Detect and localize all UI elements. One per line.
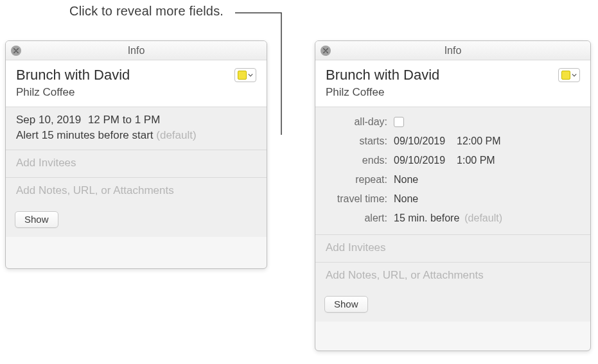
all-day-label: all-day: — [326, 116, 394, 128]
row-travel-time: travel time: None — [315, 189, 590, 209]
color-swatch-icon — [561, 71, 570, 80]
close-icon — [13, 48, 19, 53]
repeat-label: repeat: — [326, 174, 394, 186]
show-button-row: Show — [315, 290, 590, 322]
row-starts: starts: 09/10/2019 12:00 PM — [315, 132, 590, 151]
row-ends: ends: 09/10/2019 1:00 PM — [315, 151, 590, 170]
add-invitees-placeholder: Add Invitees — [16, 157, 76, 169]
event-time-section[interactable]: Sep 10, 2019 12 PM to 1 PM Alert 15 minu… — [6, 107, 267, 150]
event-time-summary[interactable]: Sep 10, 2019 12 PM to 1 PM — [16, 114, 256, 126]
all-day-checkbox[interactable] — [394, 117, 404, 127]
calendar-color-picker[interactable] — [234, 68, 256, 82]
event-location[interactable]: Philz Coffee — [16, 86, 130, 99]
add-invitees-placeholder: Add Invitees — [326, 241, 386, 254]
repeat-value[interactable]: None — [394, 174, 418, 186]
invitees-section[interactable]: Add Invitees — [6, 150, 267, 178]
show-button[interactable]: Show — [324, 296, 368, 313]
event-alert-text: Alert 15 minutes before start — [16, 129, 154, 141]
notes-section[interactable]: Add Notes, URL, or Attachments — [6, 178, 267, 205]
titlebar: Info — [6, 41, 267, 60]
close-button[interactable] — [321, 46, 331, 56]
event-header-section[interactable]: Brunch with David Philz Coffee — [315, 60, 590, 107]
panel-title: Info — [444, 45, 462, 56]
close-button[interactable] — [11, 46, 21, 56]
close-icon — [323, 48, 328, 53]
invitees-section[interactable]: Add Invitees — [315, 235, 590, 263]
color-swatch-icon — [238, 71, 247, 80]
calendar-color-picker[interactable] — [558, 68, 580, 82]
event-time-range: 12 PM to 1 PM — [88, 114, 160, 126]
alert-default: (default) — [464, 212, 502, 224]
starts-time-field[interactable]: 12:00 PM — [457, 135, 500, 147]
event-details-section: all-day: starts: 09/10/2019 12:00 PM end… — [315, 107, 590, 235]
event-alert-summary[interactable]: Alert 15 minutes before start (default) — [16, 129, 256, 142]
row-repeat: repeat: None — [315, 170, 590, 189]
event-info-panel-expanded: Info Brunch with David Philz Coffee all-… — [315, 40, 591, 351]
starts-date-field[interactable]: 09/10/2019 — [394, 135, 445, 147]
event-location[interactable]: Philz Coffee — [326, 86, 439, 99]
add-notes-placeholder: Add Notes, URL, or Attachments — [16, 184, 174, 196]
notes-section[interactable]: Add Notes, URL, or Attachments — [315, 263, 590, 290]
event-title[interactable]: Brunch with David — [326, 67, 439, 83]
ends-time-field[interactable]: 1:00 PM — [457, 155, 495, 166]
panel-title: Info — [128, 45, 145, 56]
event-info-panel-collapsed: Info Brunch with David Philz Coffee Sep … — [5, 40, 267, 269]
add-notes-placeholder: Add Notes, URL, or Attachments — [326, 269, 484, 281]
travel-time-label: travel time: — [326, 193, 394, 205]
event-alert-default: (default) — [156, 129, 196, 141]
starts-label: starts: — [326, 135, 394, 147]
titlebar: Info — [315, 41, 590, 60]
callout-text: Click to reveal more fields. — [69, 4, 224, 19]
event-title[interactable]: Brunch with David — [16, 67, 130, 83]
chevron-down-icon — [572, 73, 577, 78]
chevron-down-icon — [248, 73, 253, 78]
travel-time-value[interactable]: None — [394, 193, 418, 205]
event-header-section[interactable]: Brunch with David Philz Coffee — [6, 60, 267, 107]
show-button-row: Show — [6, 205, 267, 237]
event-date: Sep 10, 2019 — [16, 114, 81, 126]
show-button[interactable]: Show — [15, 211, 58, 228]
alert-value[interactable]: 15 min. before — [394, 212, 459, 224]
row-all-day: all-day: — [315, 112, 590, 132]
row-alert: alert: 15 min. before (default) — [315, 209, 590, 228]
ends-label: ends: — [326, 155, 394, 166]
alert-label: alert: — [326, 212, 394, 224]
ends-date-field[interactable]: 09/10/2019 — [394, 155, 445, 166]
